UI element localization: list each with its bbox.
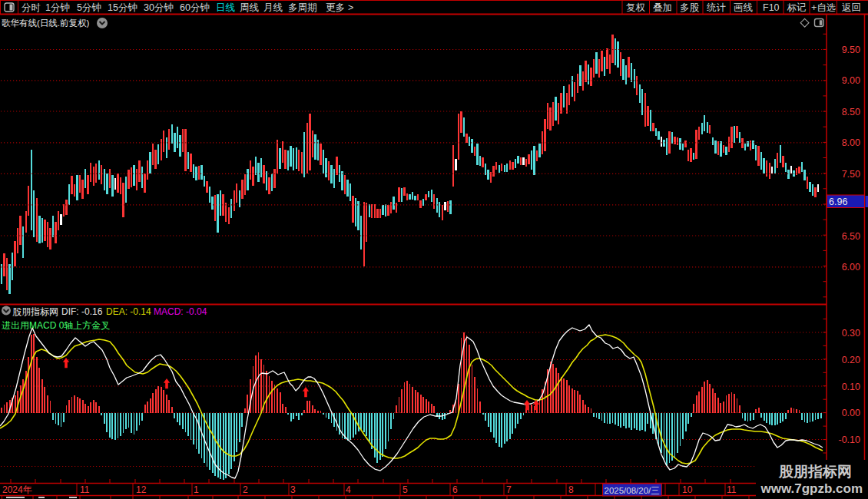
svg-text:9.00: 9.00 — [842, 75, 860, 86]
svg-text:0.10: 0.10 — [842, 382, 860, 392]
svg-text:日线: 日线 — [216, 2, 235, 13]
svg-text:5分钟: 5分钟 — [77, 2, 101, 13]
svg-text:11: 11 — [727, 484, 737, 495]
svg-text:2025/08/20/三: 2025/08/20/三 — [605, 486, 660, 495]
svg-text:复权: 复权 — [626, 2, 646, 13]
svg-text:多周期: 多周期 — [288, 2, 317, 13]
svg-text:1分钟: 1分钟 — [45, 2, 70, 13]
svg-text:www.7gpzb.com: www.7gpzb.com — [760, 481, 863, 496]
svg-text:2: 2 — [243, 484, 248, 495]
svg-text:8.00: 8.00 — [842, 137, 860, 148]
svg-text:叠加: 叠加 — [653, 2, 672, 13]
svg-text:7: 7 — [506, 484, 512, 495]
svg-text:返回: 返回 — [842, 2, 861, 13]
svg-text:4: 4 — [346, 484, 351, 495]
svg-text:8: 8 — [568, 484, 574, 495]
svg-text:F10: F10 — [763, 2, 780, 13]
svg-text:标记: 标记 — [787, 2, 807, 13]
svg-text:更多: 更多 — [326, 2, 345, 13]
svg-text:>: > — [348, 2, 353, 13]
svg-text:歌华有线(日线.前复权): 歌华有线(日线.前复权) — [2, 18, 90, 28]
svg-text:60分钟: 60分钟 — [180, 2, 210, 13]
svg-text:DIF: -0.16: DIF: -0.16 — [61, 306, 103, 317]
svg-text:月线: 月线 — [263, 2, 283, 13]
svg-text:0.00: 0.00 — [842, 408, 860, 418]
svg-text:进出用MACD 0轴上方金叉: 进出用MACD 0轴上方金叉 — [2, 320, 110, 331]
svg-text:5: 5 — [403, 484, 408, 495]
svg-text:9.50: 9.50 — [842, 45, 860, 55]
svg-text:30分钟: 30分钟 — [144, 2, 174, 13]
svg-text:DEA: -0.14: DEA: -0.14 — [106, 306, 151, 317]
svg-text:画线: 画线 — [734, 2, 753, 13]
svg-text:12: 12 — [136, 484, 147, 495]
svg-text:2024年: 2024年 — [2, 484, 32, 495]
svg-text:统计: 统计 — [707, 2, 727, 13]
svg-text:6: 6 — [452, 484, 458, 495]
svg-text:6.00: 6.00 — [842, 262, 860, 273]
svg-text:6.50: 6.50 — [842, 231, 860, 242]
svg-text:周线: 周线 — [240, 2, 259, 13]
svg-text:0.20: 0.20 — [842, 355, 860, 365]
svg-text:11: 11 — [80, 484, 90, 495]
svg-text:MACD: -0.04: MACD: -0.04 — [154, 306, 207, 317]
svg-text:6.96: 6.96 — [829, 197, 847, 207]
svg-text:15分钟: 15分钟 — [108, 2, 137, 13]
svg-text:0.30: 0.30 — [842, 328, 860, 339]
svg-text:分时: 分时 — [22, 2, 41, 13]
svg-text:股朋指标网: 股朋指标网 — [12, 306, 58, 317]
svg-text:7.50: 7.50 — [842, 169, 860, 180]
svg-text:-0.10: -0.10 — [839, 435, 861, 445]
svg-text:股朋指标网: 股朋指标网 — [778, 464, 852, 480]
svg-text:+自选: +自选 — [811, 2, 836, 13]
svg-text:3: 3 — [290, 484, 296, 495]
svg-text:1: 1 — [194, 484, 199, 495]
svg-text:10: 10 — [682, 484, 693, 495]
svg-text:8.50: 8.50 — [842, 107, 860, 117]
svg-text:多股: 多股 — [680, 2, 700, 13]
